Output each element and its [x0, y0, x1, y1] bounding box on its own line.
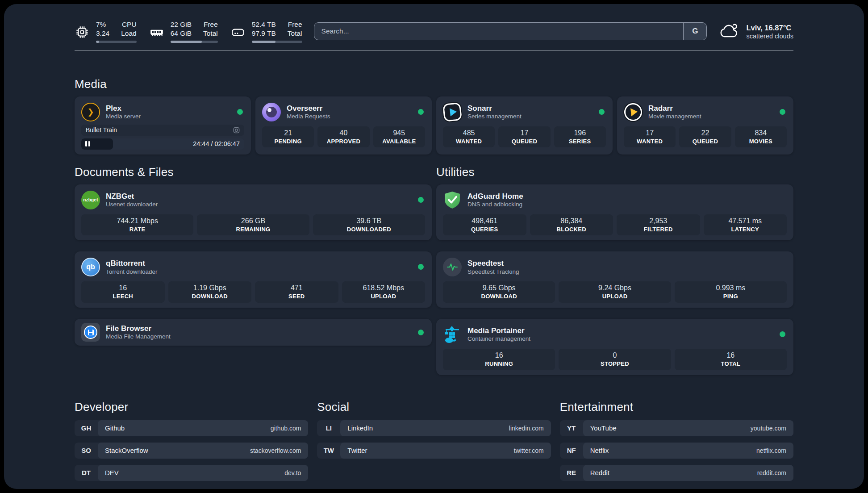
filebrowser-icon	[81, 323, 100, 342]
app-name: Overseerr	[287, 104, 330, 113]
stat-tile-blocked: 86,384BLOCKED	[530, 214, 613, 236]
app-description: Torrent downloader	[106, 268, 158, 276]
card-radarr[interactable]: Radarr Movie management 17WANTED 22QUEUE…	[617, 96, 793, 155]
link-name: Github	[105, 424, 125, 432]
app-description: Media server	[106, 113, 141, 121]
qbittorrent-icon: qb	[81, 258, 100, 276]
media-grid: ❯ Plex Media server Bullet Train	[75, 96, 793, 155]
app-description: Container management	[467, 335, 530, 343]
app-description: Media File Management	[106, 333, 171, 341]
cpu-load-value: 3.24	[96, 29, 109, 38]
stat-tile-download: 9.65 GbpsDOWNLOAD	[443, 281, 555, 303]
pause-button[interactable]	[85, 141, 90, 146]
links-entertainment: Entertainment YT YouTubeyoutube.com NF N…	[560, 400, 793, 481]
card-speedtest[interactable]: Speedtest Speedtest Tracking 9.65 GbpsDO…	[436, 251, 793, 308]
weather-condition: scattered clouds	[746, 33, 793, 40]
header-divider	[75, 50, 793, 50]
app-description: Speedtest Tracking	[467, 268, 519, 276]
stat-tile-upload: 618.52 MbpsUPLOAD	[342, 281, 426, 303]
link-url: github.com	[271, 425, 301, 432]
stat-tile-ping: 0.993 msPING	[675, 281, 787, 303]
storage-stat: 52.4 TBFree 97.9 TBTotal	[230, 20, 302, 43]
app-name: Sonarr	[467, 104, 522, 113]
link-youtube[interactable]: YT YouTubeyoutube.com	[560, 420, 793, 436]
link-netflix[interactable]: NF Netflixnetflix.com	[560, 443, 793, 459]
stat-tile-available: 945AVAILABLE	[373, 126, 425, 148]
status-dot-online	[237, 109, 243, 115]
cpu-usage-label: CPU	[122, 20, 137, 29]
speedtest-icon	[443, 258, 462, 276]
links-social: Social LI LinkedInlinkedin.com TW Twitte…	[317, 400, 551, 481]
app-name: Speedtest	[467, 259, 519, 268]
link-name: DEV	[105, 469, 119, 476]
portainer-icon	[443, 325, 462, 344]
link-prefix: LI	[317, 420, 340, 436]
app-description: Usenet downloader	[106, 201, 158, 209]
playback-progress-bar: 24:44 / 02:06:47	[81, 138, 244, 150]
link-prefix: TW	[317, 443, 340, 459]
memory-total-label: Total	[203, 29, 218, 38]
card-portainer[interactable]: Media Portainer Container management 16R…	[436, 319, 793, 375]
link-url: twitter.com	[514, 447, 544, 454]
memory-free-label: Free	[204, 20, 218, 29]
card-filebrowser[interactable]: File Browser Media File Management	[75, 319, 432, 346]
storage-progress-bar	[252, 41, 302, 43]
stat-tile-wanted: 17WANTED	[624, 126, 676, 148]
link-name: Netflix	[590, 447, 609, 454]
link-github[interactable]: GH Githubgithub.com	[75, 420, 308, 436]
link-url: reddit.com	[757, 469, 786, 476]
stat-tile-rate: 744.21 MbpsRATE	[81, 214, 193, 236]
app-description: Movie management	[648, 113, 701, 121]
section-title-developer: Developer	[75, 400, 308, 414]
link-name: StackOverflow	[105, 447, 148, 454]
stat-tile-queries: 498,461QUERIES	[443, 214, 526, 236]
stat-tile-movies: 834MOVIES	[735, 126, 787, 148]
card-adguard[interactable]: AdGuard Home DNS and adblocking 498,461Q…	[436, 184, 793, 241]
link-reddit[interactable]: RE Redditreddit.com	[560, 465, 793, 481]
session-settings-icon	[233, 127, 240, 134]
section-title-social: Social	[317, 400, 551, 414]
stat-tile-wanted: 485WANTED	[443, 126, 495, 148]
link-twitter[interactable]: TW Twittertwitter.com	[317, 443, 551, 459]
card-qbittorrent[interactable]: qb qBittorrent Torrent downloader 16LEEC…	[75, 251, 432, 308]
storage-total-value: 97.9 TB	[252, 29, 276, 38]
card-plex[interactable]: ❯ Plex Media server Bullet Train	[75, 96, 251, 155]
cpu-load-label: Load	[121, 29, 136, 38]
card-sonarr[interactable]: Sonarr Series management 485WANTED 17QUE…	[436, 96, 613, 155]
stat-tile-series: 196SERIES	[554, 126, 606, 148]
stat-tile-remaining: 266 GBREMAINING	[197, 214, 309, 236]
now-playing-title: Bullet Train	[86, 126, 117, 134]
link-url: dev.to	[284, 469, 301, 476]
search-engine-button[interactable]: G	[683, 23, 706, 40]
app-description: Series management	[467, 113, 522, 121]
radarr-icon	[624, 103, 643, 121]
memory-total-value: 64 GiB	[171, 29, 192, 38]
adguard-icon	[443, 191, 462, 209]
link-dev[interactable]: DT DEVdev.to	[75, 465, 308, 481]
stat-tile-upload: 9.24 GbpsUPLOAD	[559, 281, 671, 303]
status-dot-online	[599, 109, 605, 115]
link-name: Reddit	[590, 469, 609, 476]
links-developer: Developer GH Githubgithub.com SO StackOv…	[75, 400, 308, 481]
link-url: youtube.com	[751, 425, 786, 432]
status-dot-online	[418, 197, 424, 203]
card-nzbget[interactable]: nzbget NZBGet Usenet downloader 744.21 M…	[75, 184, 432, 241]
section-title-documents: Documents & Files	[75, 165, 432, 179]
link-name: LinkedIn	[347, 424, 373, 432]
search-input[interactable]	[314, 23, 684, 40]
app-name: NZBGet	[106, 192, 158, 201]
memory-progress-bar	[171, 41, 218, 43]
app-name: AdGuard Home	[467, 192, 523, 201]
link-name: YouTube	[590, 424, 617, 432]
link-linkedin[interactable]: LI LinkedInlinkedin.com	[317, 420, 551, 436]
app-name: Plex	[106, 104, 141, 113]
utilities-column: Utilities	[436, 165, 793, 375]
link-url: netflix.com	[756, 447, 786, 454]
storage-free-label: Free	[288, 20, 302, 29]
link-prefix: YT	[560, 420, 583, 436]
card-overseerr[interactable]: Overseerr Media Requests 21PENDING 40APP…	[255, 96, 432, 155]
stat-tile-stopped: 0STOPPED	[559, 349, 671, 370]
sonarr-icon	[443, 103, 462, 121]
link-stackoverflow[interactable]: SO StackOverflowstackoverflow.com	[75, 443, 308, 459]
section-title-utilities: Utilities	[436, 165, 793, 179]
